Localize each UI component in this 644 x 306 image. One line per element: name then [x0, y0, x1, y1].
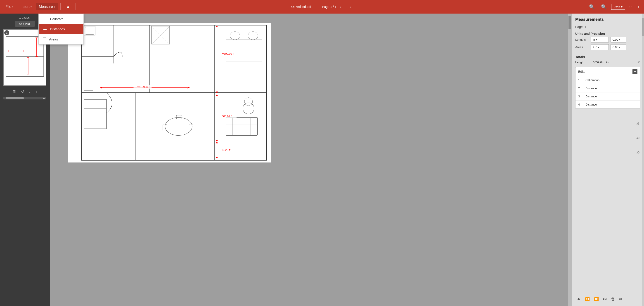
distances-label: Distances — [50, 27, 65, 31]
areas-row: Areas s.in ▾ 0.00 ▾ — [575, 44, 640, 50]
insert-label: Insert — [20, 5, 30, 9]
canvas-vertical-scrollbar[interactable] — [568, 13, 572, 306]
edits-dropdown: Edits − 1 Calibration 2 Distance 3 Dista… — [575, 67, 640, 109]
zoom-out-button[interactable]: 🔍− — [587, 3, 598, 10]
prev-item-button[interactable]: ⏪ — [584, 296, 591, 303]
measure-label: Measure — [39, 5, 53, 9]
edits-item-1[interactable]: 1 Calibration — [576, 76, 640, 84]
edits-collapse-button[interactable]: − — [632, 69, 638, 74]
areas-unit-value: s.in — [593, 45, 597, 49]
next-item-button[interactable]: ⏩ — [592, 296, 600, 303]
svg-text:241.66 ft: 241.66 ft — [137, 86, 148, 89]
sidebar: 1 pages. Add PDF 1 — [0, 13, 50, 306]
areas-precision-caret: ▾ — [619, 46, 620, 48]
main-layout: 1 pages. Add PDF 1 — [0, 13, 644, 306]
canvas-scroll-thumb — [568, 16, 571, 29]
right-panel-scrollbar[interactable] — [642, 13, 644, 306]
sidebar-controls: 🗑 ↺ ↓ ↑ — [11, 88, 39, 95]
file-label: File — [6, 5, 11, 9]
lengths-unit-select[interactable]: in ▾ — [591, 37, 609, 42]
last-item-button[interactable]: ⏭ — [602, 296, 608, 303]
edits-item-4-num: 4 — [578, 103, 583, 106]
areas-precision-select[interactable]: 0.00 ▾ — [610, 44, 626, 50]
file-menu-button[interactable]: File ▾ — [3, 3, 16, 10]
delete-page-button[interactable]: 🗑 — [11, 88, 18, 95]
file-caret-icon: ▾ — [12, 6, 13, 8]
svg-rect-1 — [6, 37, 25, 56]
svg-rect-3 — [6, 56, 25, 76]
svg-text:=300.00 ft: =300.00 ft — [222, 52, 234, 55]
count-badge-4: #0 — [636, 136, 640, 140]
lengths-row: Lengths in ▾ 0.00 ▾ — [575, 37, 640, 42]
edits-item-3[interactable]: 3 Distance — [576, 92, 640, 101]
insert-caret-icon: ▾ — [30, 6, 32, 8]
areas-checkbox — [43, 37, 46, 41]
distances-menu-item[interactable]: — Distances — [39, 24, 84, 34]
edits-header[interactable]: Edits − — [576, 67, 640, 76]
totals-length-row: Length 6659.04 in #3 — [575, 60, 640, 64]
svg-text:300.01 ft: 300.01 ft — [222, 115, 232, 118]
scrollbar-thumb — [6, 97, 24, 99]
edits-item-1-type: Calibration — [586, 78, 600, 82]
panel-bottom-controls: ⏮ ⏪ ⏩ ⏭ 🗑 ⧉ — [575, 293, 640, 303]
svg-text:13.26 ft: 13.26 ft — [222, 148, 231, 152]
areas-unit-caret: ▾ — [598, 46, 599, 48]
lengths-label: Lengths — [575, 38, 589, 41]
page-info: Page 1 / 1 — [322, 5, 336, 8]
lengths-unit-value: in — [593, 38, 595, 41]
cursor-icon: ▲ — [63, 3, 73, 11]
edits-item-4[interactable]: 4 Distance — [576, 101, 640, 108]
floor-plan-svg: 241.66 ft =300.00 ft 300.01 ft 13.26 ft — [68, 22, 271, 163]
scroll-right-icon: ▶ — [43, 97, 46, 99]
count-badges: #3 #0 #0 — [636, 122, 640, 154]
horizontal-scrollbar[interactable]: ▶ — [4, 97, 46, 99]
fit-width-button[interactable]: ↔ — [626, 3, 634, 10]
add-pdf-button[interactable]: Add PDF — [15, 21, 35, 27]
areas-label: Areas — [575, 45, 589, 49]
units-precision-section: Units and Precision Lengths in ▾ 0.00 ▾ … — [575, 32, 640, 52]
edits-item-2[interactable]: 2 Distance — [576, 84, 640, 92]
toolbar: File ▾ Insert ▾ Measure ▾ ▲ OIP.edited.p… — [0, 0, 644, 13]
totals-length-count: #3 — [638, 61, 640, 64]
first-item-button[interactable]: ⏮ — [575, 296, 582, 303]
insert-menu-button[interactable]: Insert ▾ — [18, 3, 34, 10]
measure-dropdown-menu: Calibrate — Distances Areas — [38, 13, 84, 44]
lengths-precision-caret: ▾ — [619, 39, 620, 41]
svg-rect-4 — [25, 56, 44, 76]
zoom-in-button[interactable]: 🔍+ — [599, 3, 610, 10]
panel-page-label: Page: 1 — [575, 25, 640, 29]
count-badge-3: #3 — [636, 122, 640, 125]
distances-icon: — — [43, 27, 47, 31]
move-down-button[interactable]: ↓ — [28, 88, 32, 95]
lengths-precision-select[interactable]: 0.00 ▾ — [610, 37, 626, 42]
zoom-controls: 🔍− 🔍+ 96% ▾ ↔ ↕ — [587, 3, 641, 10]
page-prev-button[interactable]: ← — [338, 3, 344, 10]
right-scroll-thumb — [642, 18, 644, 36]
zoom-level-button[interactable]: 96% ▾ — [611, 3, 625, 10]
panel-title: Measurements — [575, 17, 640, 22]
edits-item-3-type: Distance — [586, 95, 597, 98]
page-number-badge: 1 — [4, 30, 9, 35]
calibrate-menu-item[interactable]: Calibrate — [39, 14, 84, 24]
areas-unit-select[interactable]: s.in ▾ — [591, 44, 609, 50]
right-panel: Measurements Page: 1 Units and Precision… — [572, 13, 644, 306]
areas-menu-item[interactable]: Areas — [39, 34, 84, 44]
copy-measurement-button[interactable]: ⧉ — [618, 296, 623, 302]
zoom-caret-icon: ▾ — [621, 5, 622, 8]
zoom-level-value: 96% — [614, 5, 620, 8]
delete-measurement-button[interactable]: 🗑 — [610, 296, 616, 303]
measure-caret-icon: ▾ — [54, 6, 55, 8]
rotate-page-button[interactable]: ↺ — [20, 88, 26, 95]
edits-item-2-type: Distance — [586, 87, 597, 90]
page-next-button[interactable]: → — [346, 3, 353, 10]
edits-item-4-type: Distance — [586, 103, 597, 106]
lengths-precision-value: 0.00 — [612, 38, 618, 41]
totals-length-value: 6659.04 — [593, 60, 604, 64]
page-navigation: OIP.edited.pdf Page 1 / 1 ← → — [291, 3, 353, 10]
measure-menu-button[interactable]: Measure ▾ — [36, 3, 58, 10]
canvas-area[interactable]: 241.66 ft =300.00 ft 300.01 ft 13.26 ft — [50, 13, 572, 306]
move-up-button[interactable]: ↑ — [34, 88, 39, 95]
totals-section: Totals Length 6659.04 in #3 — [575, 55, 640, 64]
edits-item-2-num: 2 — [578, 87, 583, 90]
fit-height-button[interactable]: ↕ — [636, 3, 641, 10]
